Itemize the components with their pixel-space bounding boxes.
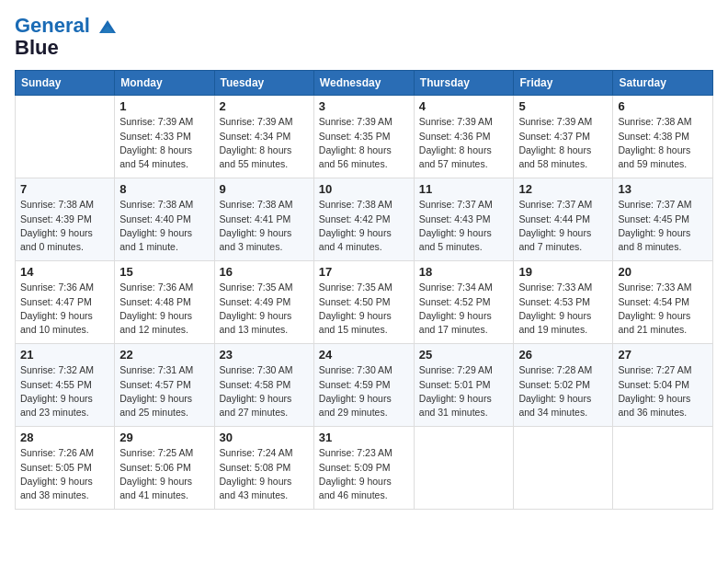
day-detail: Sunrise: 7:39 AMSunset: 4:36 PMDaylight:… [419, 115, 509, 171]
day-number: 19 [518, 265, 608, 279]
day-detail: Sunrise: 7:38 AMSunset: 4:41 PMDaylight:… [220, 198, 309, 254]
calendar-cell: 14Sunrise: 7:36 AMSunset: 4:47 PMDayligh… [16, 261, 115, 344]
sunrise-text: Sunrise: 7:30 AM [319, 363, 409, 377]
calendar-cell: 24Sunrise: 7:30 AMSunset: 4:59 PMDayligh… [313, 344, 414, 427]
sunrise-text: Sunrise: 7:39 AM [119, 115, 209, 129]
weekday-header: Thursday [414, 71, 514, 96]
calendar-cell: 28Sunrise: 7:26 AMSunset: 5:05 PMDayligh… [16, 427, 115, 510]
sunset-text: Sunset: 4:47 PM [20, 295, 109, 309]
day-number: 30 [220, 431, 309, 444]
day-detail: Sunrise: 7:38 AMSunset: 4:40 PMDaylight:… [119, 198, 209, 254]
daylight-text: Daylight: 9 hours and 10 minutes. [20, 309, 109, 337]
daylight-text: Daylight: 8 hours and 55 minutes. [220, 144, 309, 171]
weekday-header: Saturday [613, 71, 713, 96]
calendar-cell: 9Sunrise: 7:38 AMSunset: 4:41 PMDaylight… [214, 178, 313, 261]
daylight-text: Daylight: 9 hours and 1 minute. [119, 226, 209, 254]
sunrise-text: Sunrise: 7:38 AM [20, 198, 109, 212]
sunrise-text: Sunrise: 7:35 AM [319, 281, 409, 294]
calendar-cell: 1Sunrise: 7:39 AMSunset: 4:33 PMDaylight… [115, 96, 214, 178]
sunset-text: Sunset: 4:40 PM [119, 213, 209, 226]
day-detail: Sunrise: 7:25 AMSunset: 5:06 PMDaylight:… [119, 446, 209, 502]
sunrise-text: Sunrise: 7:36 AM [119, 281, 209, 294]
calendar-cell: 15Sunrise: 7:36 AMSunset: 4:48 PMDayligh… [115, 261, 214, 344]
calendar-cell: 29Sunrise: 7:25 AMSunset: 5:06 PMDayligh… [115, 427, 214, 510]
day-number: 15 [119, 265, 209, 279]
sunset-text: Sunset: 4:58 PM [220, 378, 309, 392]
sunset-text: Sunset: 4:52 PM [419, 295, 509, 309]
sunset-text: Sunset: 4:54 PM [618, 295, 708, 309]
sunrise-text: Sunrise: 7:25 AM [119, 446, 209, 460]
sunset-text: Sunset: 4:55 PM [20, 378, 109, 392]
day-number: 7 [20, 182, 109, 196]
daylight-text: Daylight: 9 hours and 43 minutes. [220, 475, 309, 502]
day-detail: Sunrise: 7:24 AMSunset: 5:08 PMDaylight:… [220, 446, 309, 502]
day-detail: Sunrise: 7:30 AMSunset: 4:58 PMDaylight:… [220, 363, 309, 419]
calendar-cell [414, 427, 514, 510]
daylight-text: Daylight: 8 hours and 56 minutes. [319, 144, 409, 171]
day-number: 16 [220, 265, 309, 279]
day-detail: Sunrise: 7:37 AMSunset: 4:44 PMDaylight:… [518, 198, 608, 254]
day-detail: Sunrise: 7:34 AMSunset: 4:52 PMDaylight:… [419, 281, 509, 337]
calendar-cell: 5Sunrise: 7:39 AMSunset: 4:37 PMDaylight… [514, 96, 613, 178]
day-detail: Sunrise: 7:37 AMSunset: 4:43 PMDaylight:… [419, 198, 509, 254]
day-detail: Sunrise: 7:35 AMSunset: 4:49 PMDaylight:… [220, 281, 309, 337]
calendar-cell [613, 427, 713, 510]
daylight-text: Daylight: 9 hours and 46 minutes. [319, 475, 409, 502]
sunrise-text: Sunrise: 7:39 AM [220, 115, 309, 129]
day-number: 20 [618, 265, 708, 279]
sunrise-text: Sunrise: 7:33 AM [618, 281, 708, 294]
sunset-text: Sunset: 4:44 PM [518, 213, 608, 226]
calendar-cell: 27Sunrise: 7:27 AMSunset: 5:04 PMDayligh… [613, 344, 713, 427]
calendar-cell: 30Sunrise: 7:24 AMSunset: 5:08 PMDayligh… [214, 427, 313, 510]
calendar-cell: 12Sunrise: 7:37 AMSunset: 4:44 PMDayligh… [514, 178, 613, 261]
weekday-header: Tuesday [214, 71, 313, 96]
day-number: 14 [20, 265, 109, 279]
day-number: 23 [220, 348, 309, 362]
sunrise-text: Sunrise: 7:33 AM [518, 281, 608, 294]
calendar-cell: 31Sunrise: 7:23 AMSunset: 5:09 PMDayligh… [313, 427, 414, 510]
sunrise-text: Sunrise: 7:37 AM [518, 198, 608, 212]
sunset-text: Sunset: 4:57 PM [119, 378, 209, 392]
daylight-text: Daylight: 9 hours and 13 minutes. [220, 309, 309, 337]
daylight-text: Daylight: 8 hours and 58 minutes. [518, 144, 608, 171]
sunset-text: Sunset: 5:02 PM [518, 378, 608, 392]
sunrise-text: Sunrise: 7:38 AM [119, 198, 209, 212]
sunrise-text: Sunrise: 7:38 AM [618, 115, 708, 129]
day-number: 9 [220, 182, 309, 196]
daylight-text: Daylight: 9 hours and 31 minutes. [419, 392, 509, 419]
sunrise-text: Sunrise: 7:28 AM [518, 363, 608, 377]
calendar-table: SundayMondayTuesdayWednesdayThursdayFrid… [15, 70, 713, 510]
sunset-text: Sunset: 5:01 PM [419, 378, 509, 392]
calendar-cell: 3Sunrise: 7:39 AMSunset: 4:35 PMDaylight… [313, 96, 414, 178]
day-number: 8 [119, 182, 209, 196]
sunrise-text: Sunrise: 7:29 AM [419, 363, 509, 377]
calendar-cell: 16Sunrise: 7:35 AMSunset: 4:49 PMDayligh… [214, 261, 313, 344]
day-number: 18 [419, 265, 509, 279]
day-number: 1 [119, 99, 209, 113]
calendar-week-row: 28Sunrise: 7:26 AMSunset: 5:05 PMDayligh… [16, 427, 713, 510]
day-detail: Sunrise: 7:30 AMSunset: 4:59 PMDaylight:… [319, 363, 409, 419]
day-number: 31 [319, 431, 409, 444]
weekday-header: Friday [514, 71, 613, 96]
daylight-text: Daylight: 9 hours and 4 minutes. [319, 226, 409, 254]
daylight-text: Daylight: 9 hours and 36 minutes. [618, 392, 708, 419]
calendar-cell: 22Sunrise: 7:31 AMSunset: 4:57 PMDayligh… [115, 344, 214, 427]
sunset-text: Sunset: 4:50 PM [319, 295, 409, 309]
daylight-text: Daylight: 9 hours and 34 minutes. [518, 392, 608, 419]
calendar-cell: 25Sunrise: 7:29 AMSunset: 5:01 PMDayligh… [414, 344, 514, 427]
sunrise-text: Sunrise: 7:38 AM [220, 198, 309, 212]
calendar-cell: 6Sunrise: 7:38 AMSunset: 4:38 PMDaylight… [613, 96, 713, 178]
sunset-text: Sunset: 4:36 PM [419, 130, 509, 144]
day-detail: Sunrise: 7:31 AMSunset: 4:57 PMDaylight:… [119, 363, 209, 419]
day-detail: Sunrise: 7:26 AMSunset: 5:05 PMDaylight:… [20, 446, 109, 502]
sunset-text: Sunset: 4:59 PM [319, 378, 409, 392]
sunrise-text: Sunrise: 7:34 AM [419, 281, 509, 294]
day-number: 2 [220, 99, 309, 113]
day-detail: Sunrise: 7:39 AMSunset: 4:37 PMDaylight:… [518, 115, 608, 171]
logo: General Blue [15, 15, 118, 59]
daylight-text: Daylight: 9 hours and 0 minutes. [20, 226, 109, 254]
sunrise-text: Sunrise: 7:37 AM [618, 198, 708, 212]
page-header: General Blue [15, 15, 713, 59]
calendar-cell: 19Sunrise: 7:33 AMSunset: 4:53 PMDayligh… [514, 261, 613, 344]
sunrise-text: Sunrise: 7:39 AM [518, 115, 608, 129]
